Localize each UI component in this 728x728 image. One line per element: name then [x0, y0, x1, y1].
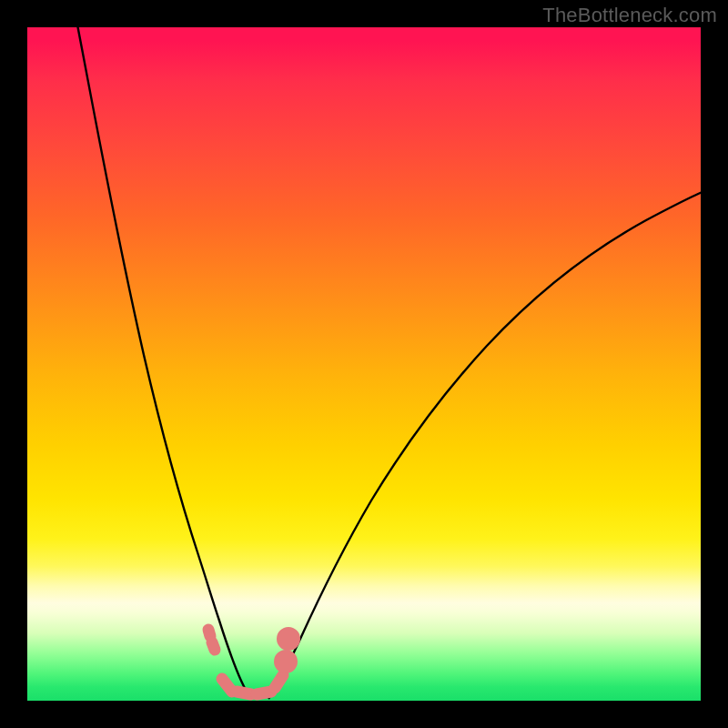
svg-line-1 [212, 642, 215, 650]
svg-line-5 [275, 675, 283, 688]
svg-point-6 [280, 656, 292, 668]
curve-layer [27, 27, 701, 701]
watermark-text: TheBottleneck.com [542, 4, 717, 27]
bottleneck-curve-left [76, 27, 251, 699]
bottleneck-curve-right [268, 191, 701, 699]
svg-line-4 [257, 692, 271, 694]
chart-plot-area [27, 27, 701, 701]
svg-point-7 [283, 633, 295, 645]
svg-line-0 [208, 630, 210, 636]
svg-line-2 [222, 679, 232, 692]
svg-line-3 [237, 692, 251, 694]
valley-dots [208, 630, 295, 694]
